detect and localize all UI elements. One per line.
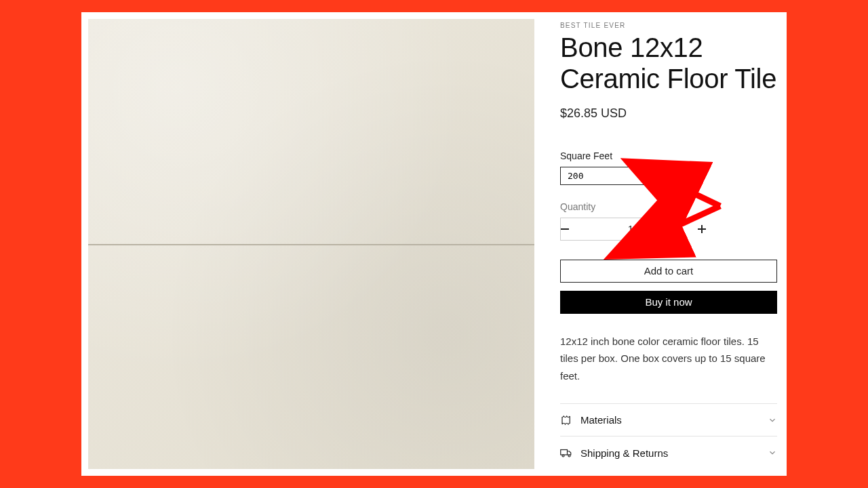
square-feet-input[interactable] <box>560 167 669 185</box>
product-price: $26.85 USD <box>560 106 780 121</box>
chevron-down-icon <box>768 448 777 458</box>
square-feet-label: Square Feet <box>560 150 780 161</box>
accordion-materials[interactable]: Materials <box>560 404 777 436</box>
quantity-label: Quantity <box>560 201 780 212</box>
quantity-decrease-button[interactable] <box>561 218 569 240</box>
minus-icon <box>561 228 569 230</box>
quantity-input[interactable] <box>569 218 698 240</box>
accordion-shipping[interactable]: Shipping & Returns <box>560 436 777 469</box>
buy-it-now-button[interactable]: Buy it now <box>560 291 777 314</box>
quantity-stepper <box>560 218 650 241</box>
quantity-increase-button[interactable] <box>698 218 706 240</box>
tile-texture <box>88 19 534 469</box>
product-image <box>88 19 534 469</box>
svg-rect-3 <box>561 450 568 455</box>
product-page-card: BEST TILE EVER Bone 12x12 Ceramic Floor … <box>81 12 787 476</box>
product-info-panel: BEST TILE EVER Bone 12x12 Ceramic Floor … <box>534 19 780 469</box>
add-to-cart-button[interactable]: Add to cart <box>560 260 777 283</box>
product-title: Bone 12x12 Ceramic Floor Tile <box>560 32 780 94</box>
svg-point-5 <box>568 455 570 457</box>
svg-point-4 <box>562 455 564 457</box>
product-accordion: Materials Shipping & Returns <box>560 403 777 469</box>
accordion-shipping-label: Shipping & Returns <box>580 447 760 459</box>
vendor-label: BEST TILE EVER <box>560 22 780 29</box>
leather-icon <box>560 414 572 426</box>
accordion-materials-label: Materials <box>580 414 760 426</box>
svg-rect-2 <box>698 228 706 230</box>
svg-rect-0 <box>561 228 569 230</box>
truck-icon <box>560 447 572 459</box>
chevron-down-icon <box>768 415 777 425</box>
plus-icon <box>698 225 706 233</box>
product-description: 12x12 inch bone color ceramic floor tile… <box>560 333 770 385</box>
